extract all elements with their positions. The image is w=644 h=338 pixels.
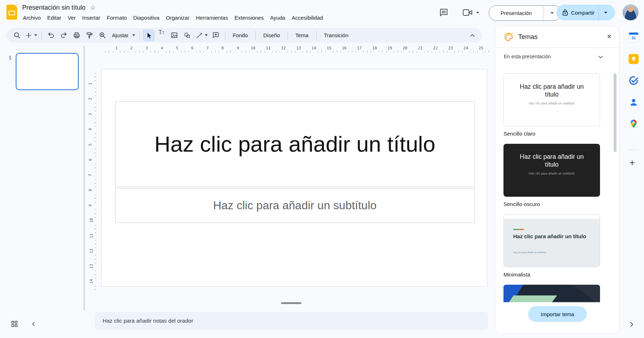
account-avatar[interactable] (623, 4, 639, 20)
share-caret-icon[interactable] (599, 12, 613, 14)
ruler-tick (95, 210, 96, 210)
chevron-down-icon[interactable] (598, 54, 603, 60)
ruler-tick (181, 51, 181, 53)
menu-accesibilidad[interactable]: Accesibilidad (289, 14, 326, 22)
maps-icon[interactable] (629, 119, 639, 129)
fit-zoom-select[interactable]: Ajustar (109, 32, 137, 38)
ruler-tick (113, 51, 113, 53)
textbox-tool[interactable]: TT (156, 29, 168, 41)
slide-thumbnail-1[interactable] (16, 53, 79, 90)
v-ruler-number: 12 (89, 249, 94, 253)
ruler-tick (196, 51, 197, 53)
ruler-tick (95, 263, 96, 263)
ruler-tick (95, 111, 96, 111)
ruler-tick (276, 50, 276, 53)
h-ruler-number: 4 (161, 46, 163, 50)
import-theme-button[interactable]: Importar tema (528, 306, 587, 322)
ruler-tick (261, 50, 261, 53)
h-ruler-number: 6 (191, 46, 194, 50)
ruler-tick (473, 50, 474, 53)
canvas-horizontal-scrollbar[interactable] (281, 302, 301, 304)
h-ruler-number: 2 (131, 46, 133, 50)
h-ruler-number: 9 (237, 46, 239, 50)
ruler-tick (95, 187, 96, 187)
tasks-icon[interactable] (629, 76, 639, 86)
theme-card-strip (504, 215, 600, 219)
add-addon-button[interactable]: + (629, 157, 635, 168)
menu-archivo[interactable]: Archivo (20, 14, 44, 22)
h-ruler-number: 22 (433, 46, 438, 50)
undo-button[interactable] (45, 29, 57, 41)
h-ruler-number: 8 (222, 46, 224, 50)
ruler-tick (95, 217, 96, 217)
menu-extensiones[interactable]: Extensiones (231, 14, 267, 22)
hide-menus-button[interactable] (469, 32, 476, 39)
v-ruler-number: 5 (88, 143, 93, 146)
grid-view-button[interactable] (11, 320, 18, 328)
collapse-side-panel-button[interactable] (628, 321, 635, 328)
ruler-tick (95, 248, 96, 248)
slides-logo[interactable] (6, 5, 17, 20)
shape-tool[interactable] (181, 29, 193, 41)
theme-label: Sencillo oscuro (503, 201, 617, 207)
keep-icon[interactable] (629, 54, 639, 64)
calendar-icon[interactable]: 31 (629, 32, 639, 42)
doc-title[interactable]: Presentación sin título (22, 4, 85, 11)
ruler-tick (95, 179, 96, 180)
h-ruler-number: 15 (327, 46, 331, 50)
line-tool[interactable] (194, 32, 209, 39)
h-ruler-number: 16 (342, 46, 346, 50)
transition-button[interactable]: Transición (319, 32, 353, 38)
title-placeholder-box[interactable]: Haz clic para añadir un título (115, 101, 475, 187)
theme-card[interactable]: Haz clic para añadir un títuloHaz clic p… (503, 73, 600, 126)
menu-diapositiva[interactable]: Diapositiva (130, 14, 162, 22)
filmstrip-scrollbar[interactable] (83, 46, 85, 310)
theme-card[interactable]: Haz clic para añadir un títuloHaz clic p… (503, 144, 600, 197)
new-slide-button[interactable] (24, 32, 39, 39)
zoom-in-icon[interactable] (96, 29, 108, 41)
redo-button[interactable] (58, 29, 70, 41)
v-ruler-number: 7 (88, 174, 93, 176)
menu-ver[interactable]: Ver (64, 14, 79, 22)
menu-ayuda[interactable]: Ayuda (267, 14, 288, 22)
theme-item-minimalista: Haz clic para añadir un títuloHaz clic p… (503, 214, 617, 278)
ruler-tick (291, 50, 291, 53)
theme-card[interactable]: Haz clic para añadir un títuloHaz clic p… (503, 214, 600, 267)
layout-button[interactable]: Diseño (259, 32, 285, 38)
print-icon[interactable] (70, 29, 83, 41)
menu-formato[interactable]: Formato (104, 14, 130, 22)
comments-button[interactable] (439, 8, 449, 18)
share-button[interactable]: Compartir (556, 5, 615, 20)
ruler-tick (120, 51, 121, 53)
ruler-tick (485, 51, 485, 53)
panel-scrollbar[interactable] (614, 73, 616, 152)
present-button[interactable]: Presentación (489, 5, 561, 21)
menu-insertar[interactable]: Insertar (79, 14, 104, 22)
contacts-icon[interactable] (629, 97, 639, 107)
ruler-tick (95, 73, 96, 73)
theme-card-dash (513, 229, 524, 230)
subtitle-placeholder-box[interactable]: Haz clic para añadir un subtítulo (115, 188, 475, 223)
in-this-presentation-row[interactable]: En esta presentación (495, 48, 619, 66)
share-label: Compartir (571, 10, 595, 16)
paint-format-icon[interactable] (83, 29, 95, 41)
select-tool[interactable] (143, 29, 155, 41)
meet-caret-icon[interactable] (476, 12, 479, 14)
ruler-tick (94, 274, 96, 275)
close-panel-icon[interactable]: ✕ (607, 33, 612, 40)
star-icon[interactable]: ☆ (90, 5, 95, 11)
menu-herramientas[interactable]: Herramientas (193, 14, 231, 22)
theme-card[interactable] (503, 285, 600, 302)
menu-search-icon[interactable] (11, 29, 23, 41)
theme-card-subtitle: Haz clic para añadir un subtítulo (513, 251, 546, 254)
ruler-tick (204, 51, 204, 53)
insert-image-tool[interactable] (168, 29, 181, 41)
collapse-filmstrip-button[interactable] (31, 321, 36, 327)
theme-button[interactable]: Tema (291, 32, 313, 38)
meet-button[interactable] (462, 8, 479, 17)
menu-editar[interactable]: Editar (44, 14, 64, 22)
menu-organizar[interactable]: Organizar (163, 14, 193, 22)
speaker-notes[interactable]: Haz clic para añadir notas del orador (95, 312, 488, 330)
background-button[interactable]: Fondo (228, 32, 253, 38)
insert-comment-tool[interactable] (210, 29, 222, 41)
